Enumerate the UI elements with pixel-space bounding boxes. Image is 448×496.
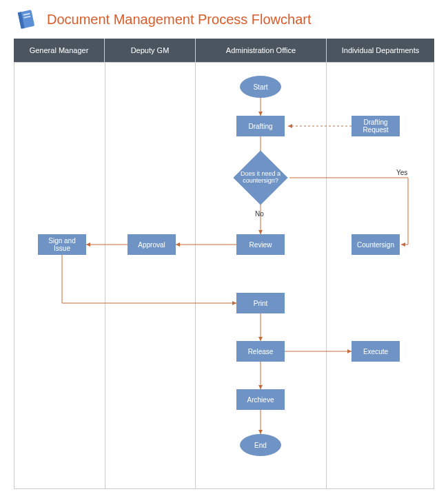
lane-gm bbox=[14, 63, 105, 488]
document-book-icon bbox=[14, 7, 39, 32]
label-yes: Yes bbox=[396, 169, 407, 176]
lane-header-dept: Individual Departments bbox=[327, 39, 434, 62]
approval-node: Approval bbox=[128, 234, 176, 255]
countersign-node: Countersign bbox=[352, 234, 400, 255]
drafting-request-node: Drafting Request bbox=[352, 116, 400, 136]
decision-text: Does it need a countersign? bbox=[234, 171, 287, 185]
label-no: No bbox=[255, 210, 264, 218]
lane-dgm bbox=[105, 63, 196, 488]
sign-issue-node: Sign and Issue bbox=[38, 234, 86, 255]
print-node: Print bbox=[236, 293, 285, 313]
end-node: End bbox=[240, 434, 281, 456]
start-node: Start bbox=[240, 76, 281, 98]
flowchart-container: Document Management Process Flowchart Ge… bbox=[0, 0, 448, 496]
page-title: Document Management Process Flowchart bbox=[47, 12, 312, 28]
drafting-node: Drafting bbox=[236, 116, 285, 136]
review-node: Review bbox=[236, 234, 285, 255]
archive-node: Archieve bbox=[236, 389, 285, 410]
execute-node: Execute bbox=[352, 341, 400, 362]
lane-header-gm: General Manager bbox=[14, 39, 105, 62]
decision-node: Does it need a countersign? bbox=[233, 158, 288, 197]
swimlane-header: General Manager Deputy GM Administration… bbox=[14, 39, 434, 62]
release-node: Release bbox=[236, 341, 285, 362]
lane-header-admin: Administration Office bbox=[196, 39, 327, 62]
lane-header-dgm: Deputy GM bbox=[105, 39, 196, 62]
header: Document Management Process Flowchart bbox=[0, 0, 448, 39]
